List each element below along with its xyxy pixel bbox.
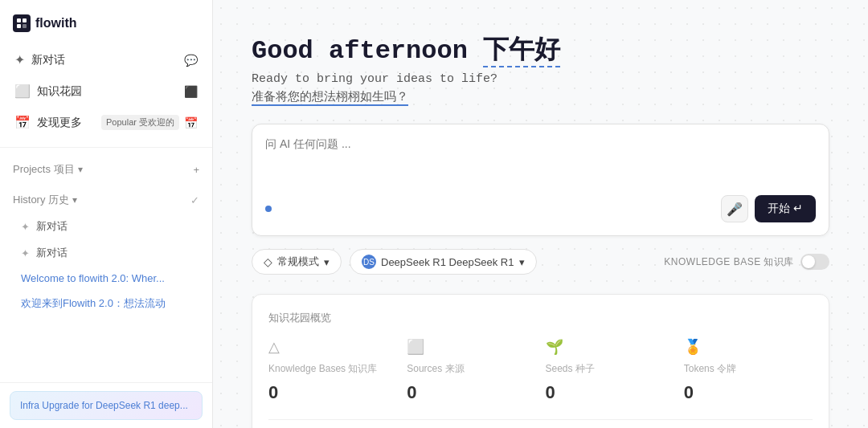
chat-input-footer: 🎤 开始 ↵ xyxy=(265,195,816,222)
seeds-value: 0 xyxy=(546,382,555,403)
history-check-icon: ✓ xyxy=(190,194,199,206)
upgrade-banner[interactable]: Infra Upgrade for DeepSeek R1 deep... xyxy=(10,391,203,420)
mode-chevron: ▾ xyxy=(324,256,330,268)
knowledge-section-title: 知识花园概览 xyxy=(268,311,813,325)
new-chat-icon: ✦ xyxy=(14,52,25,67)
tokens-label: Tokens 令牌 xyxy=(684,362,736,376)
greeting-section: Good afternoon 下午好 Ready to bring your i… xyxy=(252,32,829,104)
svg-rect-1 xyxy=(23,18,27,22)
sidebar-item-discover[interactable]: 📅 发现更多 Popular 受欢迎的 📅 xyxy=(6,108,206,137)
projects-section: Projects 项目 ▾ + xyxy=(0,154,212,185)
svg-rect-2 xyxy=(17,24,21,28)
list-item[interactable]: ✦ 新对话 xyxy=(13,214,199,239)
logo: flowith xyxy=(0,0,212,42)
history-list: ✦ 新对话 ✦ 新对话 Welcome to flowith 2.0: Wher… xyxy=(13,212,199,318)
projects-header[interactable]: Projects 项目 ▾ + xyxy=(13,157,199,181)
mic-icon: 🎤 xyxy=(727,202,743,217)
projects-chevron: ▾ xyxy=(78,164,83,175)
mode-label: 常规模式 xyxy=(277,255,319,269)
chat-input[interactable] xyxy=(265,137,816,185)
history-item-link[interactable]: 欢迎来到Flowith 2.0：想法流动 xyxy=(21,296,166,311)
history-chevron: ▾ xyxy=(72,194,77,206)
greeting-chinese: 下午好 xyxy=(483,36,560,67)
upgrade-text: Infra Upgrade for DeepSeek R1 deep... xyxy=(20,400,188,411)
mode-icon: ◇ xyxy=(264,255,272,268)
sidebar-item-new-chat[interactable]: ✦ 新对话 💬 xyxy=(6,45,206,75)
history-item-label: 新对话 xyxy=(36,246,68,260)
knowledge-base-toggle-switch[interactable] xyxy=(800,254,829,270)
sources-label: Sources 来源 xyxy=(407,362,464,376)
add-project-icon[interactable]: + xyxy=(193,164,199,176)
knowledge-bases-icon: △ xyxy=(268,338,280,356)
sidebar-nav: ✦ 新对话 💬 ⬜ 知识花园 ⬛ 📅 发现更多 Popular 受欢迎的 📅 xyxy=(0,42,212,141)
mic-button[interactable]: 🎤 xyxy=(721,195,748,222)
seeds-label: Seeds 种子 xyxy=(546,362,595,376)
knowledge-garden-right-icon: ⬛ xyxy=(184,85,198,98)
list-item[interactable]: 欢迎来到Flowith 2.0：想法流动 xyxy=(13,291,199,316)
knowledge-bases-value: 0 xyxy=(268,382,278,403)
knowledge-garden-icon: ⬜ xyxy=(14,84,31,99)
discover-right-icon: 📅 xyxy=(184,116,198,129)
knowledge-base-toggle: KNOWLEDGE BASE 知识库 xyxy=(664,254,829,270)
main-content-area: Good afternoon 下午好 Ready to bring your i… xyxy=(213,0,868,428)
model-button[interactable]: DS DeepSeek R1 DeepSeek R1 ▾ xyxy=(350,249,537,275)
knowledge-section: 知识花园概览 △ Knowledge Bases 知识库 0 ⬜ Sources… xyxy=(252,294,829,428)
list-item[interactable]: ✦ 新对话 xyxy=(13,240,199,266)
history-item-icon: ✦ xyxy=(21,221,30,233)
svg-rect-3 xyxy=(23,24,27,28)
mode-button[interactable]: ◇ 常规模式 ▾ xyxy=(252,249,342,275)
knowledge-stats: △ Knowledge Bases 知识库 0 ⬜ Sources 来源 0 🌱… xyxy=(268,338,813,403)
history-item-icon: ✦ xyxy=(21,247,30,259)
new-chat-label: 新对话 xyxy=(31,53,65,67)
chat-input-container: 🎤 开始 ↵ xyxy=(252,124,829,236)
app-name: flowith xyxy=(35,16,77,31)
seeds-icon: 🌱 xyxy=(546,338,563,356)
greeting-subtitle-en: Ready to bring your ideas to life? xyxy=(252,72,829,86)
greeting-title: Good afternoon 下午好 xyxy=(252,32,829,67)
history-item-label: 新对话 xyxy=(36,219,68,234)
greeting-subtitle-cn: 准备将您的想法栩栩如生吗？ xyxy=(252,91,408,106)
knowledge-garden-label: 知识花园 xyxy=(37,84,82,99)
tokens-value: 0 xyxy=(684,382,694,403)
model-label: DeepSeek R1 DeepSeek R1 xyxy=(381,256,514,268)
stat-knowledge-bases: △ Knowledge Bases 知识库 0 xyxy=(268,338,397,403)
sources-icon: ⬜ xyxy=(407,338,424,356)
manage-knowledge-button[interactable]: 📚 管理你的知识库 › xyxy=(268,419,813,428)
knowledge-base-label: KNOWLEDGE BASE 知识库 xyxy=(664,255,794,269)
sources-value: 0 xyxy=(407,382,416,403)
stat-tokens: 🏅 Tokens 令牌 0 xyxy=(684,338,813,403)
sidebar: flowith ✦ 新对话 💬 ⬜ 知识花园 ⬛ 📅 发现更多 Popular … xyxy=(0,0,213,428)
history-header[interactable]: History 历史 ▾ ✓ xyxy=(13,188,199,212)
history-section: History 历史 ▾ ✓ ✦ 新对话 ✦ 新对话 Welcome to fl… xyxy=(0,185,212,321)
stat-seeds: 🌱 Seeds 种子 0 xyxy=(546,338,674,403)
sidebar-bottom: Infra Upgrade for DeepSeek R1 deep... xyxy=(0,382,212,428)
projects-label: Projects 项目 xyxy=(13,162,75,177)
svg-rect-0 xyxy=(17,18,21,22)
start-label: 开始 ↵ xyxy=(768,202,803,216)
toolbar: ◇ 常规模式 ▾ DS DeepSeek R1 DeepSeek R1 ▾ KN… xyxy=(252,249,829,275)
history-label: History 历史 xyxy=(13,193,69,207)
new-chat-right-icon: 💬 xyxy=(184,54,198,67)
discover-label: 发现更多 xyxy=(37,116,82,130)
model-icon: DS xyxy=(362,255,376,269)
tokens-icon: 🏅 xyxy=(684,338,702,356)
model-chevron: ▾ xyxy=(519,256,525,268)
popular-badge: Popular 受欢迎的 xyxy=(101,115,179,130)
start-button[interactable]: 开始 ↵ xyxy=(755,195,816,222)
sidebar-item-knowledge-garden[interactable]: ⬜ 知识花园 ⬛ xyxy=(6,76,206,106)
discover-icon: 📅 xyxy=(14,115,31,130)
stat-sources: ⬜ Sources 来源 0 xyxy=(407,338,535,403)
logo-icon xyxy=(13,14,31,32)
history-item-link[interactable]: Welcome to flowith 2.0: Wher... xyxy=(21,272,165,284)
list-item[interactable]: Welcome to flowith 2.0: Wher... xyxy=(13,267,199,290)
knowledge-bases-label: Knowledge Bases 知识库 xyxy=(268,362,377,376)
dot-indicator xyxy=(265,206,272,212)
